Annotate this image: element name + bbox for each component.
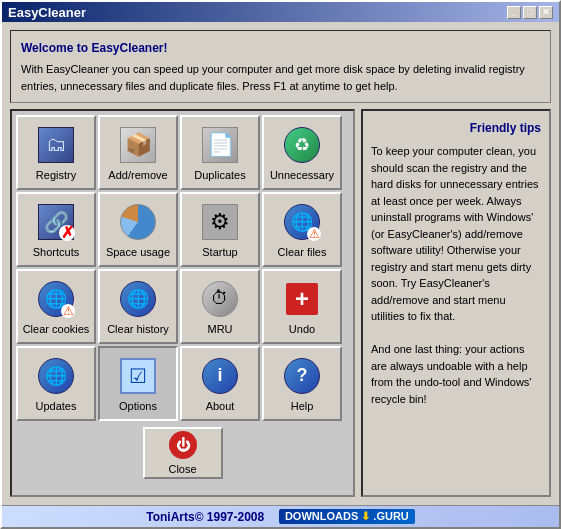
addremove-label: Add/remove	[108, 169, 167, 181]
help-icon-wrapper: ?	[282, 356, 322, 396]
shortcuts-label: Shortcuts	[33, 246, 79, 258]
undo-button[interactable]: + Undo	[262, 269, 342, 344]
addremove-icon-wrapper: 📦	[118, 125, 158, 165]
welcome-title: Welcome to EasyCleaner!	[21, 39, 540, 57]
shortcuts-button[interactable]: 🔗 Shortcuts	[16, 192, 96, 267]
mru-button[interactable]: ⏱ MRU	[180, 269, 260, 344]
clear-cookies-button[interactable]: 🌐 Clear cookies	[16, 269, 96, 344]
tips-paragraph2: And one last thing: your actions are alw…	[371, 341, 541, 407]
close-button[interactable]: ⏻ Close	[143, 427, 223, 479]
close-label: Close	[168, 463, 196, 475]
registry-label: Registry	[36, 169, 76, 181]
welcome-box: Welcome to EasyCleaner! With EasyCleaner…	[10, 30, 551, 103]
addremove-button[interactable]: 📦 Add/remove	[98, 115, 178, 190]
content-area: Welcome to EasyCleaner! With EasyCleaner…	[2, 22, 559, 505]
close-row: ⏻ Close	[16, 423, 349, 481]
unnecessary-icon: ♻	[284, 127, 320, 163]
options-button[interactable]: ☑ Options	[98, 346, 178, 421]
maximize-button[interactable]: □	[523, 6, 537, 19]
mru-icon: ⏱	[202, 281, 238, 317]
help-button[interactable]: ? Help	[262, 346, 342, 421]
unnecessary-label: Unnecessary	[270, 169, 334, 181]
clear-history-button[interactable]: 🌐 Clear history	[98, 269, 178, 344]
badge-text: DOWNLOADS	[285, 510, 358, 522]
shortcuts-icon-wrapper: 🔗	[36, 202, 76, 242]
grid-row-1: 🗂 Registry 📦 Add/remove	[16, 115, 349, 190]
tips-panel: Friendly tips To keep your computer clea…	[361, 109, 551, 497]
clear-files-icon-wrapper: 🌐	[282, 202, 322, 242]
registry-button[interactable]: 🗂 Registry	[16, 115, 96, 190]
about-button[interactable]: i About	[180, 346, 260, 421]
registry-icon-wrapper: 🗂	[36, 125, 76, 165]
updates-button[interactable]: 🌐 Updates	[16, 346, 96, 421]
download-icon: ⬇	[361, 510, 370, 522]
startup-icon-wrapper: ⚙	[200, 202, 240, 242]
duplicates-button[interactable]: 📄 Duplicates	[180, 115, 260, 190]
grid-row-4: 🌐 Updates ☑ Options	[16, 346, 349, 421]
clear-files-label: Clear files	[278, 246, 327, 258]
tips-paragraph1: To keep your computer clean, you should …	[371, 143, 541, 325]
options-icon-wrapper: ☑	[118, 356, 158, 396]
unnecessary-icon-wrapper: ♻	[282, 125, 322, 165]
undo-label: Undo	[289, 323, 315, 335]
grid-panel: 🗂 Registry 📦 Add/remove	[10, 109, 355, 497]
clear-cookies-icon: 🌐	[38, 281, 74, 317]
duplicates-label: Duplicates	[194, 169, 245, 181]
updates-icon: 🌐	[38, 358, 74, 394]
minimize-button[interactable]: _	[507, 6, 521, 19]
updates-icon-wrapper: 🌐	[36, 356, 76, 396]
addremove-icon: 📦	[120, 127, 156, 163]
clear-history-icon-wrapper: 🌐	[118, 279, 158, 319]
grid-row-3: 🌐 Clear cookies 🌐 Clear history ⏱	[16, 269, 349, 344]
options-label: Options	[119, 400, 157, 412]
clear-cookies-label: Clear cookies	[23, 323, 90, 335]
grid-row-2: 🔗 Shortcuts Space usage	[16, 192, 349, 267]
undo-icon-wrapper: +	[282, 279, 322, 319]
clear-history-label: Clear history	[107, 323, 169, 335]
help-icon: ?	[284, 358, 320, 394]
about-icon: i	[202, 358, 238, 394]
undo-plus-shape: +	[286, 283, 318, 315]
options-icon: ☑	[120, 358, 156, 394]
help-label: Help	[291, 400, 314, 412]
about-icon-wrapper: i	[200, 356, 240, 396]
downloads-badge: DOWNLOADS ⬇ .GURU	[279, 509, 415, 524]
undo-icon: +	[284, 281, 320, 317]
close-window-button[interactable]: ✕	[539, 6, 553, 19]
duplicates-icon: 📄	[202, 127, 238, 163]
checkbox-icon: ☑	[129, 364, 147, 388]
close-icon: ⏻	[169, 431, 197, 459]
about-label: About	[206, 400, 235, 412]
registry-icon: 🗂	[38, 127, 74, 163]
mru-icon-wrapper: ⏱	[200, 279, 240, 319]
space-usage-icon-wrapper	[118, 202, 158, 242]
title-bar-buttons: _ □ ✕	[507, 6, 553, 19]
startup-label: Startup	[202, 246, 237, 258]
status-bar: ToniArts© 1997-2008 DOWNLOADS ⬇ .GURU	[2, 505, 559, 527]
duplicates-icon-wrapper: 📄	[200, 125, 240, 165]
clear-files-icon: 🌐	[284, 204, 320, 240]
space-usage-label: Space usage	[106, 246, 170, 258]
clear-cookies-icon-wrapper: 🌐	[36, 279, 76, 319]
window-title: EasyCleaner	[8, 5, 86, 20]
main-area: 🗂 Registry 📦 Add/remove	[10, 109, 551, 497]
updates-label: Updates	[36, 400, 77, 412]
mru-label: MRU	[207, 323, 232, 335]
space-usage-icon	[120, 204, 156, 240]
clear-history-icon: 🌐	[120, 281, 156, 317]
shortcuts-icon: 🔗	[38, 204, 74, 240]
status-text: ToniArts© 1997-2008	[146, 510, 264, 524]
welcome-body: With EasyCleaner you can speed up your c…	[21, 61, 540, 94]
tips-title: Friendly tips	[371, 119, 541, 137]
guru-text: .GURU	[373, 510, 408, 522]
space-usage-button[interactable]: Space usage	[98, 192, 178, 267]
unnecessary-button[interactable]: ♻ Unnecessary	[262, 115, 342, 190]
startup-button[interactable]: ⚙ Startup	[180, 192, 260, 267]
clear-files-button[interactable]: 🌐 Clear files	[262, 192, 342, 267]
startup-icon: ⚙	[202, 204, 238, 240]
title-bar: EasyCleaner _ □ ✕	[2, 2, 559, 22]
main-window: EasyCleaner _ □ ✕ Welcome to EasyCleaner…	[0, 0, 561, 529]
